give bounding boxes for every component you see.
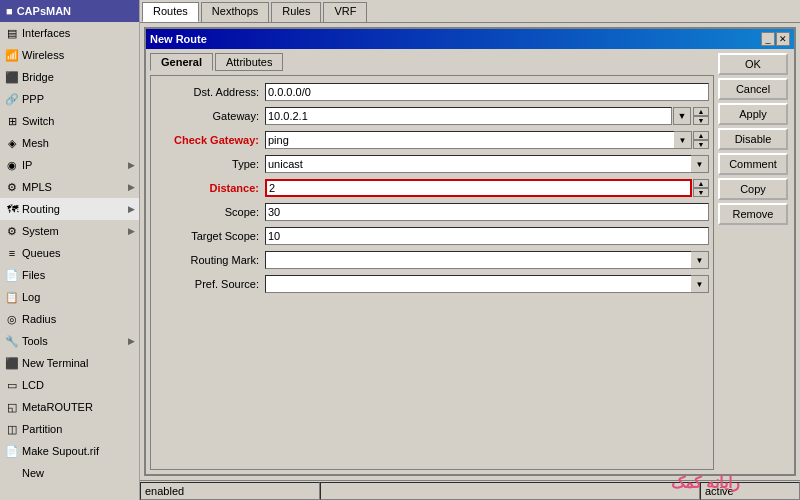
- inner-tab-bar: General Attributes: [150, 53, 714, 71]
- tools-icon: 🔧: [4, 335, 20, 347]
- sidebar-item-partition[interactable]: ◫ Partition: [0, 418, 139, 440]
- check-gateway-dropdown-btn[interactable]: ▼: [674, 131, 692, 149]
- system-arrow: ▶: [128, 226, 135, 236]
- target-scope-row: Target Scope:: [155, 226, 709, 246]
- sidebar-item-log[interactable]: 📋 Log: [0, 286, 139, 308]
- sidebar-item-routing[interactable]: 🗺 Routing ▶: [0, 198, 139, 220]
- scope-input[interactable]: [265, 203, 709, 221]
- cancel-button[interactable]: Cancel: [718, 78, 788, 100]
- gateway-up-btn[interactable]: ▲: [693, 107, 709, 116]
- routing-icon: 🗺: [4, 203, 20, 215]
- disable-button[interactable]: Disable: [718, 128, 788, 150]
- dialog-action-buttons: OK Cancel Apply Disable Comment Copy Rem…: [718, 53, 790, 470]
- ppp-icon: 🔗: [4, 93, 20, 105]
- sidebar-item-system[interactable]: ⚙ System ▶: [0, 220, 139, 242]
- sidebar-item-new[interactable]: New: [0, 462, 139, 484]
- capsман-icon: ■: [6, 5, 13, 17]
- type-dropdown-btn[interactable]: ▼: [691, 155, 709, 173]
- routing-mark-label: Routing Mark:: [155, 254, 265, 266]
- dialog-title: New Route: [150, 33, 207, 45]
- sidebar-item-label: Make Supout.rif: [22, 445, 99, 457]
- sidebar-item-tools[interactable]: 🔧 Tools ▶: [0, 330, 139, 352]
- log-icon: 📋: [4, 291, 20, 303]
- mesh-icon: ◈: [4, 137, 20, 149]
- gateway-dropdown-btn[interactable]: ▼: [673, 107, 691, 125]
- dst-address-input[interactable]: [265, 83, 709, 101]
- copy-button[interactable]: Copy: [718, 178, 788, 200]
- gateway-down-btn[interactable]: ▼: [693, 116, 709, 125]
- tab-vrf[interactable]: VRF: [323, 2, 367, 22]
- sidebar-item-label: Partition: [22, 423, 62, 435]
- sidebar-item-label: Files: [22, 269, 45, 281]
- check-gateway-input[interactable]: [265, 131, 674, 149]
- tab-general[interactable]: General: [150, 53, 213, 71]
- sidebar-item-label: New Terminal: [22, 357, 88, 369]
- tools-arrow: ▶: [128, 336, 135, 346]
- ok-button[interactable]: OK: [718, 53, 788, 75]
- new-icon: [4, 467, 20, 479]
- pref-source-input[interactable]: [265, 275, 691, 293]
- files-icon: 📄: [4, 269, 20, 281]
- tab-rules[interactable]: Rules: [271, 2, 321, 22]
- gateway-input-group: ▼ ▲ ▼: [265, 107, 709, 125]
- sidebar-item-bridge[interactable]: ⬛ Bridge: [0, 66, 139, 88]
- distance-input[interactable]: [265, 179, 692, 197]
- sidebar-item-switch[interactable]: ⊞ Switch: [0, 110, 139, 132]
- pref-source-dropdown-btn[interactable]: ▼: [691, 275, 709, 293]
- form-fields: Dst. Address: Gateway: ▼ ▲ ▼: [150, 75, 714, 470]
- check-gateway-up-btn[interactable]: ▲: [693, 131, 709, 140]
- sidebar-item-ip[interactable]: ◉ IP ▶: [0, 154, 139, 176]
- distance-up-btn[interactable]: ▲: [693, 179, 709, 188]
- type-row: Type: ▼: [155, 154, 709, 174]
- sidebar-item-mpls[interactable]: ⚙ MPLS ▶: [0, 176, 139, 198]
- sidebar-item-make-supout[interactable]: 📄 Make Supout.rif: [0, 440, 139, 462]
- distance-down-btn[interactable]: ▼: [693, 188, 709, 197]
- tab-routes[interactable]: Routes: [142, 2, 199, 22]
- sidebar-item-radius[interactable]: ◎ Radius: [0, 308, 139, 330]
- main-tab-bar: Routes Nexthops Rules VRF: [140, 0, 800, 23]
- close-button[interactable]: ✕: [776, 32, 790, 46]
- sidebar-item-files[interactable]: 📄 Files: [0, 264, 139, 286]
- gateway-row: Gateway: ▼ ▲ ▼: [155, 106, 709, 126]
- sidebar-item-wireless[interactable]: 📶 Wireless: [0, 44, 139, 66]
- make-supout-icon: 📄: [4, 445, 20, 457]
- comment-button[interactable]: Comment: [718, 153, 788, 175]
- check-gateway-down-btn[interactable]: ▼: [693, 140, 709, 149]
- routing-mark-dropdown-btn[interactable]: ▼: [691, 251, 709, 269]
- bridge-icon: ⬛: [4, 71, 20, 83]
- routing-mark-combo: ▼: [265, 251, 709, 269]
- sidebar-item-interfaces[interactable]: ▤ Interfaces: [0, 22, 139, 44]
- apply-button[interactable]: Apply: [718, 103, 788, 125]
- radius-icon: ◎: [4, 313, 20, 325]
- sidebar-item-label: Log: [22, 291, 40, 303]
- gateway-scroll: ▲ ▼: [693, 107, 709, 125]
- titlebar-buttons: _ ✕: [761, 32, 790, 46]
- scope-row: Scope:: [155, 202, 709, 222]
- ip-arrow: ▶: [128, 160, 135, 170]
- sidebar-item-label: Wireless: [22, 49, 64, 61]
- tab-nexthops[interactable]: Nexthops: [201, 2, 269, 22]
- sidebar-item-label: PPP: [22, 93, 44, 105]
- sidebar-item-new-terminal[interactable]: ⬛ New Terminal: [0, 352, 139, 374]
- sidebar-item-mesh[interactable]: ◈ Mesh: [0, 132, 139, 154]
- sidebar: ■ CAPsMAN ▤ Interfaces 📶 Wireless ⬛ Brid…: [0, 0, 140, 500]
- distance-row: Distance: ▲ ▼: [155, 178, 709, 198]
- target-scope-input[interactable]: [265, 227, 709, 245]
- tab-attributes[interactable]: Attributes: [215, 53, 283, 71]
- remove-button[interactable]: Remove: [718, 203, 788, 225]
- pref-source-combo: ▼: [265, 275, 709, 293]
- sidebar-item-label: MetaROUTER: [22, 401, 93, 413]
- mpls-icon: ⚙: [4, 181, 20, 193]
- minimize-button[interactable]: _: [761, 32, 775, 46]
- sidebar-item-lcd[interactable]: ▭ LCD: [0, 374, 139, 396]
- sidebar-item-metarouter[interactable]: ◱ MetaROUTER: [0, 396, 139, 418]
- sidebar-item-label: LCD: [22, 379, 44, 391]
- type-input[interactable]: [265, 155, 691, 173]
- routing-mark-input[interactable]: [265, 251, 691, 269]
- sidebar-item-ppp[interactable]: 🔗 PPP: [0, 88, 139, 110]
- status-enabled: enabled: [140, 482, 320, 500]
- gateway-input[interactable]: [265, 107, 672, 125]
- sidebar-item-label: System: [22, 225, 59, 237]
- sidebar-item-label: Switch: [22, 115, 54, 127]
- sidebar-item-queues[interactable]: ≡ Queues: [0, 242, 139, 264]
